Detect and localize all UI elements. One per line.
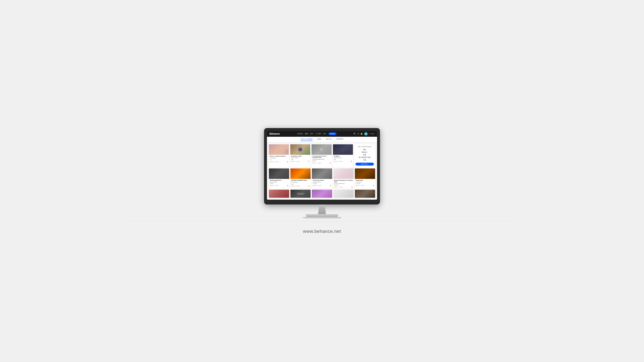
atnight-category: 摄影	[334, 159, 352, 160]
gallery-info-bureau: Bureau Oberhaeuser Calendar 2019 Bureau …	[334, 179, 354, 188]
winter-bookmark[interactable]: 🔖	[308, 186, 310, 187]
subnav-tools[interactable]: 创意工具	[326, 138, 332, 141]
create-project-button[interactable]: 创建项目	[328, 132, 336, 135]
view-icon-8: 👁	[339, 187, 340, 188]
illustrations-title: Illustrations 2018	[291, 155, 310, 157]
winter-likes: 👍 860	[291, 186, 295, 187]
gallery-item-row3e[interactable]	[355, 190, 375, 198]
gallery-item-hepworth[interactable]: The Hepworth Prize for Sculpture 2018 Pa…	[312, 144, 332, 167]
monitor-base	[306, 214, 338, 217]
illustrations-author: VLAD stankovic	[291, 157, 310, 158]
scene: Behance 为您呈现 发现 实时 个人资料 职位 创建项目 🔍 ✉ 🔔	[0, 128, 644, 234]
illustrations-likes: 👍 387	[291, 161, 295, 162]
workshop-bookmark[interactable]: 🔖	[287, 185, 288, 186]
gallery-item-ship[interactable]: Shipbreaker Jan Urschel 艺术插画 👍 226	[355, 168, 375, 188]
workshop-category: 品牌推广	[270, 183, 288, 185]
illustrations-category: 插图	[291, 159, 310, 160]
nav-item-jobs[interactable]: 职位	[323, 133, 326, 135]
category-photography[interactable]: 摄影	[363, 149, 366, 151]
adobe-logo: ✶ Adobe	[369, 133, 374, 134]
view-icon-5: 👁	[274, 185, 276, 186]
behance-main: Klarna - Cultural Calendar 多个所有者 ▾ 广告 👍 …	[267, 142, 377, 200]
casa-bookmark[interactable]: 🔖	[330, 185, 331, 186]
subnav-galleries[interactable]: 画展库	[317, 138, 321, 141]
like-icon-8: 👍	[334, 186, 336, 188]
view-icon: 👁	[274, 161, 276, 162]
winter-views: 👁 5859	[296, 186, 300, 187]
hepworth-category: 图形设计	[312, 160, 331, 162]
hepworth-likes: 👍 371	[312, 162, 316, 164]
illustrations-stats: 👍 387 👁 2152 🔖	[291, 161, 310, 162]
gallery-info-hepworth: The Hepworth Prize for Sculpture 2018 Pa…	[312, 155, 332, 164]
winter-stats: 👍 860 👁 5859 🔖	[291, 186, 310, 187]
notification-icon[interactable]: 🔔	[360, 133, 363, 135]
bureau-likes: 👍 574	[334, 186, 338, 188]
klarna-title: Klarna - Cultural Calendar	[270, 155, 288, 157]
thumb-row3b: Porto Academy 2016Adams Fuiten 30	[290, 190, 311, 198]
header-icons: 🔍 ✉ 🔔 ✶ Adobe	[354, 132, 374, 135]
see-more-button[interactable]: 查看详细信息 >	[356, 163, 374, 166]
search-icon[interactable]: 🔍	[354, 133, 356, 135]
nav-item-profile[interactable]: 个人资料	[315, 133, 321, 135]
nav-item-live[interactable]: 实时	[310, 133, 313, 135]
bureau-bookmark[interactable]: 🔖	[351, 186, 353, 188]
gallery-item-row3c[interactable]	[312, 190, 332, 198]
like-icon-9: 👍	[356, 185, 357, 186]
subnav-featured[interactable]: Behance 作品精选	[300, 138, 312, 141]
gallery-row-1-grid: Klarna - Cultural Calendar 多个所有者 ▾ 广告 👍 …	[269, 144, 353, 167]
website-url: www.behance.net	[303, 229, 341, 234]
ship-title: Shipbreaker	[356, 180, 374, 181]
casa-category: 时尚造型	[313, 183, 331, 185]
casa-title: Casa Cook Chania	[313, 180, 331, 181]
sidebar-desc: 根据人气地帮您筛选和搜索	[356, 146, 374, 147]
view-icon-7: 👁	[317, 185, 318, 186]
category-graphic-design[interactable]: 图形设计	[362, 151, 368, 153]
gallery-item-klarna[interactable]: Klarna - Cultural Calendar 多个所有者 ▾ 广告 👍 …	[269, 144, 289, 167]
category-animation[interactable]: 动画	[363, 159, 366, 161]
category-ux[interactable]: 用户界面/用户体验	[359, 156, 371, 158]
like-icon-3: 👍	[312, 162, 314, 164]
thumb-row3e	[355, 190, 375, 198]
workshop-views: 👁 4524	[274, 185, 278, 186]
thumb-winter	[290, 168, 311, 179]
casa-author: Annabell Kutucu	[313, 181, 331, 183]
gallery-row-1: Klarna - Cultural Calendar 多个所有者 ▾ 广告 👍 …	[269, 144, 375, 167]
gallery-item-bureau[interactable]: Bureau Oberhaeuser Calendar 2019 Bureau …	[334, 168, 354, 188]
monitor: Behance 为您呈现 发现 实时 个人资料 职位 创建项目 🔍 ✉ 🔔	[264, 128, 380, 205]
view-icon-4: 👁	[338, 161, 340, 162]
illustrations-bookmark[interactable]: 🔖	[308, 161, 310, 162]
gallery-item-row3b[interactable]: Porto Academy 2016Adams Fuiten 30	[290, 190, 311, 198]
klarna-bookmark[interactable]: 🔖	[287, 161, 288, 162]
casa-likes: 👍 479	[313, 185, 316, 186]
ship-category: 艺术插画	[356, 183, 374, 185]
gallery-item-workshop[interactable]: Workshop Built Inc. Mubien Studio 品牌推广 👍…	[269, 168, 289, 188]
nav-item-discover[interactable]: 发现	[305, 133, 308, 135]
gallery-item-row3d[interactable]	[334, 190, 354, 198]
message-icon[interactable]: ✉	[358, 133, 359, 135]
atnight-bookmark[interactable]: 🔖	[351, 161, 352, 162]
subnav-schools[interactable]: 学校和组织	[336, 138, 344, 141]
gallery-item-atnight[interactable]: At Night 7 Andreas Levers 摄影 👍 721	[333, 144, 353, 167]
hepworth-bookmark[interactable]: 🔖	[330, 162, 331, 164]
workshop-author: Mubien Studio	[270, 181, 288, 183]
gallery-row-2: Workshop Built Inc. Mubien Studio 品牌推广 👍…	[269, 168, 375, 188]
category-illustration[interactable]: 插图	[363, 154, 366, 156]
thumb-klarna	[269, 144, 289, 155]
ship-bookmark[interactable]: 🔖	[373, 185, 374, 186]
winter-category: 插图	[291, 183, 310, 185]
view-icon-3: 👁	[317, 162, 318, 164]
user-avatar[interactable]	[364, 132, 368, 135]
behance-header: Behance 为您呈现 发现 实时 个人资料 职位 创建项目 🔍 ✉ 🔔	[267, 131, 377, 137]
atnight-underpass	[333, 152, 353, 155]
hepworth-views: 👁 2819	[317, 162, 321, 164]
gallery-item-winter[interactable]: WINTER WONDERLANDS 多个所有者 ▾ 插图 👍 860	[290, 168, 311, 188]
gallery-item-row3a[interactable]	[269, 190, 289, 198]
like-icon-7: 👍	[313, 185, 314, 186]
nav-item-for-you[interactable]: 为您呈现	[297, 133, 303, 135]
winter-title: WINTER WONDERLANDS	[291, 180, 310, 181]
gallery-item-illustrations[interactable]: Illustrations 2018 VLAD stankovic 插图 👍 3…	[290, 144, 310, 167]
adobe-icon: ✶	[369, 133, 370, 134]
gallery-info-atnight: At Night 7 Andreas Levers 摄影 👍 721	[333, 155, 353, 163]
like-icon-2: 👍	[291, 161, 292, 162]
gallery-item-casa[interactable]: Casa Cook Chania Annabell Kutucu 时尚造型 👍 …	[312, 168, 332, 188]
